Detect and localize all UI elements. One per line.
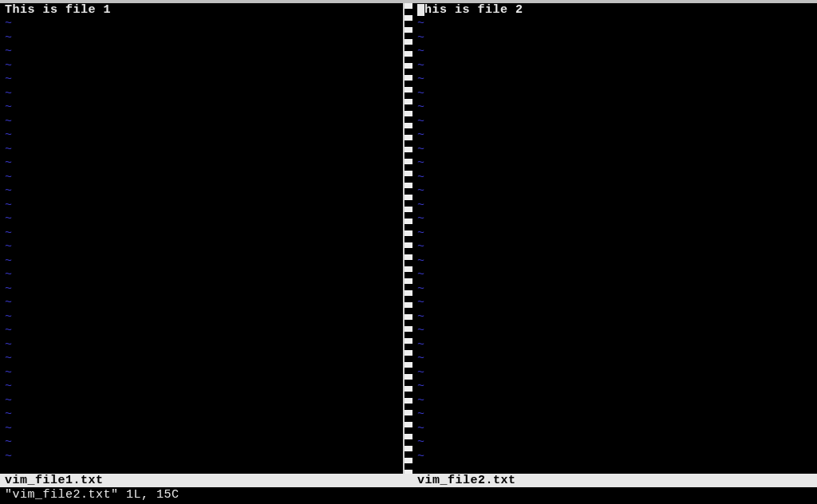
- file-content-right-text: his is file 2: [424, 3, 523, 17]
- empty-line-tilde: ~: [412, 422, 817, 436]
- empty-line-tilde: ~: [412, 352, 817, 366]
- empty-line-tilde: ~: [412, 87, 817, 101]
- status-divider: [403, 474, 412, 487]
- empty-line-tilde: ~: [0, 282, 403, 297]
- empty-line-tilde: ~: [412, 450, 817, 464]
- empty-line-tilde: ~: [412, 115, 817, 129]
- empty-line-tilde: ~: [412, 171, 817, 185]
- empty-line-tilde: ~: [412, 143, 817, 157]
- editor-pane-right[interactable]: his is file 2 ~~~~~~~~~~~~~~~~~~~~~~~~~~…: [412, 3, 817, 474]
- empty-line-tilde: ~: [0, 450, 403, 464]
- file-content-left[interactable]: This is file 1: [0, 3, 403, 17]
- empty-line-tilde: ~: [0, 156, 403, 171]
- empty-line-tilde: ~: [0, 408, 403, 422]
- empty-line-tilde: ~: [0, 87, 403, 101]
- empty-line-tilde: ~: [412, 73, 817, 87]
- empty-line-tilde: ~: [0, 199, 403, 213]
- command-line[interactable]: "vim_file2.txt" 1L, 15C: [0, 487, 817, 503]
- empty-line-tilde: ~: [412, 156, 817, 171]
- empty-line-tilde: ~: [412, 240, 817, 254]
- empty-line-tilde: ~: [412, 184, 817, 199]
- empty-line-tilde: ~: [0, 296, 403, 310]
- empty-line-tilde: ~: [412, 226, 817, 241]
- empty-line-tilde: ~: [412, 380, 817, 394]
- empty-line-tilde: ~: [0, 366, 403, 380]
- empty-line-tilde: ~: [412, 366, 817, 380]
- empty-line-tilde: ~: [0, 324, 403, 338]
- status-filename-left: vim_file1.txt: [0, 474, 403, 487]
- empty-line-tilde: ~: [412, 254, 817, 269]
- empty-line-tilde: ~: [412, 324, 817, 338]
- status-filename-right: vim_file2.txt: [412, 474, 817, 487]
- empty-line-tilde: ~: [0, 352, 403, 366]
- empty-line-tilde: ~: [412, 199, 817, 213]
- empty-line-tilde: ~: [0, 226, 403, 241]
- empty-line-tilde: ~: [0, 143, 403, 157]
- empty-line-tilde: ~: [412, 268, 817, 282]
- empty-line-tilde: ~: [0, 17, 403, 31]
- empty-line-tilde: ~: [0, 254, 403, 269]
- empty-line-tilde: ~: [0, 171, 403, 185]
- empty-line-tilde: ~: [412, 338, 817, 352]
- empty-line-tilde: ~: [0, 59, 403, 73]
- empty-line-tilde: ~: [0, 435, 403, 450]
- empty-line-tilde: ~: [0, 73, 403, 87]
- empty-line-tilde: ~: [0, 338, 403, 352]
- empty-line-tilde: ~: [412, 128, 817, 143]
- empty-line-tilde: ~: [412, 282, 817, 297]
- empty-line-tilde: ~: [0, 115, 403, 129]
- file-content-right[interactable]: his is file 2: [412, 3, 817, 17]
- empty-line-tilde: ~: [0, 45, 403, 59]
- status-bar: vim_file1.txt vim_file2.txt: [0, 474, 817, 487]
- empty-line-tilde: ~: [0, 128, 403, 143]
- editor-split-container: This is file 1 ~~~~~~~~~~~~~~~~~~~~~~~~~…: [0, 3, 817, 474]
- empty-line-tilde: ~: [0, 422, 403, 436]
- empty-line-tilde: ~: [412, 212, 817, 226]
- empty-line-tilde: ~: [412, 59, 817, 73]
- empty-line-tilde: ~: [0, 240, 403, 254]
- empty-line-tilde: ~: [0, 31, 403, 45]
- empty-line-tilde: ~: [412, 31, 817, 45]
- empty-line-tilde: ~: [412, 394, 817, 408]
- empty-line-tilde: ~: [412, 408, 817, 422]
- empty-line-tilde: ~: [0, 268, 403, 282]
- empty-line-tilde: ~: [412, 310, 817, 325]
- empty-line-tilde: ~: [0, 310, 403, 325]
- editor-pane-left[interactable]: This is file 1 ~~~~~~~~~~~~~~~~~~~~~~~~~…: [0, 3, 403, 474]
- empty-line-tilde: ~: [412, 435, 817, 450]
- vertical-split-divider[interactable]: [403, 3, 412, 474]
- empty-line-tilde: ~: [0, 394, 403, 408]
- empty-line-tilde: ~: [412, 17, 817, 31]
- empty-line-tilde: ~: [412, 296, 817, 310]
- empty-line-tilde: ~: [0, 212, 403, 226]
- empty-line-tilde: ~: [412, 100, 817, 115]
- empty-line-tilde: ~: [0, 100, 403, 115]
- cursor-icon: [417, 4, 424, 16]
- empty-line-tilde: ~: [412, 45, 817, 59]
- empty-line-tilde: ~: [0, 184, 403, 199]
- empty-line-tilde: ~: [0, 380, 403, 394]
